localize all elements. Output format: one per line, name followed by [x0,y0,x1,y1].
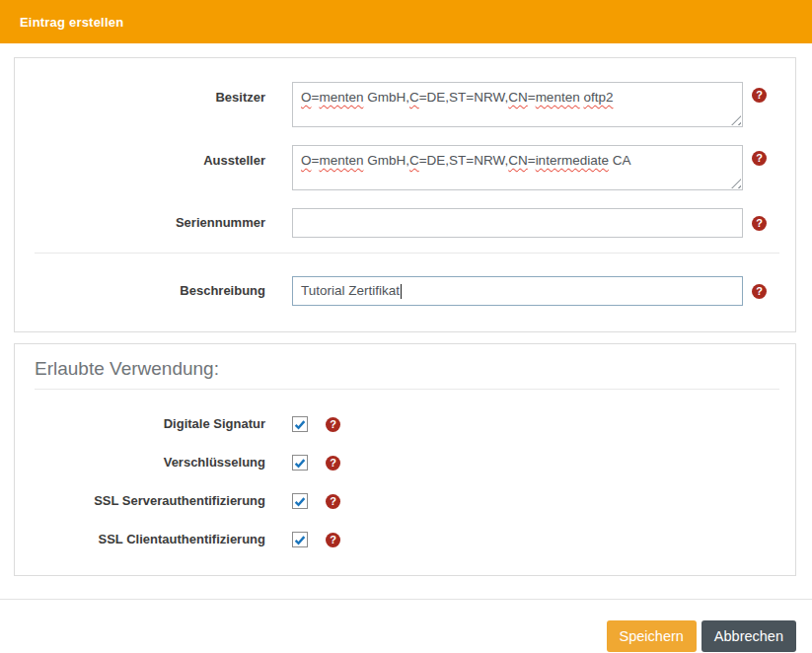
ssl-server-checkbox[interactable] [292,493,308,509]
usage-heading: Erlaubte Verwendung: [35,358,779,380]
besitzer-label: Besitzer [35,82,265,106]
checkmark-icon [293,417,307,432]
usage-row-ssl-client: SSL Clientauthentifizierung ? [35,529,779,550]
field-row-aussteller: Aussteller O=menten GmbH,C=DE,ST=NRW,CN=… [35,145,779,190]
digitale-signatur-checkbox[interactable] [292,416,308,432]
seriennummer-help-icon[interactable]: ? [752,216,767,231]
ssl-client-checkbox[interactable] [292,532,308,547]
field-row-seriennummer: Seriennummer ? [35,208,779,238]
checkmark-icon [293,494,307,509]
seriennummer-label: Seriennummer [35,215,265,231]
aussteller-label: Aussteller [35,145,265,169]
certificate-form-panel: Besitzer O=menten GmbH,C=DE,ST=NRW,CN=me… [14,57,796,332]
checkmark-icon [293,533,307,547]
beschreibung-value: Tutorial Zertifikat [301,277,400,305]
usage-heading-divider [35,389,779,390]
divider [35,253,779,254]
cancel-button[interactable]: Abbrechen [701,620,796,652]
beschreibung-label: Beschreibung [35,283,265,299]
besitzer-help-icon[interactable]: ? [752,88,767,103]
usage-row-verschluesselung: Verschlüsselung ? [35,452,779,473]
checkmark-icon [293,456,307,471]
verschluesselung-label: Verschlüsselung [35,455,265,471]
field-row-besitzer: Besitzer O=menten GmbH,C=DE,ST=NRW,CN=me… [35,82,779,127]
beschreibung-help-icon[interactable]: ? [752,284,767,299]
beschreibung-input[interactable]: Tutorial Zertifikat [292,276,743,306]
aussteller-help-icon[interactable]: ? [752,151,767,166]
usage-row-ssl-server: SSL Serverauthentifizierung ? [35,490,779,512]
usage-panel: Erlaubte Verwendung: Digitale Signatur ?… [14,343,796,576]
ssl-server-label: SSL Serverauthentifizierung [35,493,265,509]
besitzer-textarea[interactable]: O=menten GmbH,C=DE,ST=NRW,CN=menten oftp… [292,82,743,127]
dialog-header: Eintrag erstellen [0,0,812,43]
dialog-title: Eintrag erstellen [20,15,123,30]
usage-row-digitale-signatur: Digitale Signatur ? [35,413,779,435]
ssl-client-label: SSL Clientauthentifizierung [35,532,265,547]
digitale-signatur-label: Digitale Signatur [35,416,265,432]
save-button[interactable]: Speichern [607,620,697,652]
seriennummer-input[interactable] [292,208,743,238]
verschluesselung-checkbox[interactable] [292,455,308,471]
field-row-beschreibung: Beschreibung Tutorial Zertifikat ? [35,276,779,306]
aussteller-textarea[interactable]: O=menten GmbH,C=DE,ST=NRW,CN=intermediat… [292,145,743,190]
text-caret [401,284,402,299]
digitale-signatur-help-icon[interactable]: ? [326,417,340,432]
ssl-server-help-icon[interactable]: ? [326,494,340,509]
footer-actions: Speichern Abbrechen [0,599,812,652]
ssl-client-help-icon[interactable]: ? [326,533,340,547]
verschluesselung-help-icon[interactable]: ? [326,456,340,471]
